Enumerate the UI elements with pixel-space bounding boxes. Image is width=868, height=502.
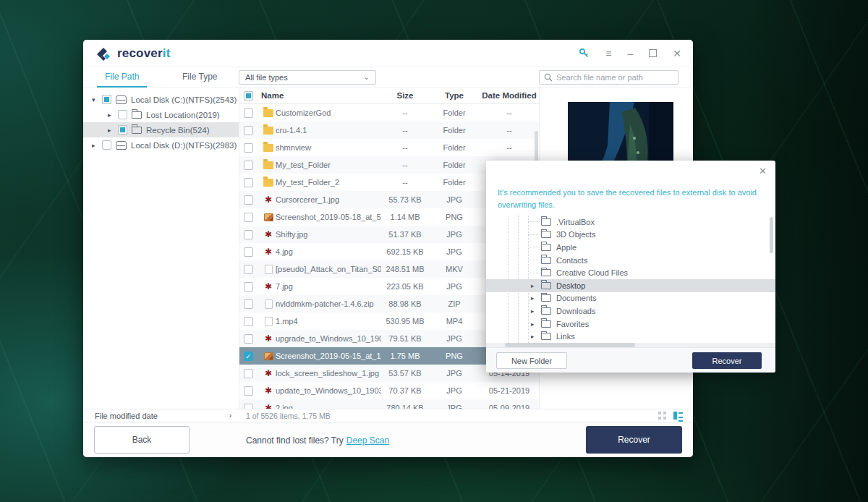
table-row[interactable]: CustomizerGod--Folder-- bbox=[239, 104, 539, 122]
row-checkbox[interactable] bbox=[244, 265, 253, 274]
column-date-modified[interactable]: Date Modified bbox=[480, 91, 539, 100]
file-size: 53.57 KB bbox=[381, 369, 429, 378]
dialog-tree-item[interactable]: .VirtualBox bbox=[486, 216, 775, 229]
column-type[interactable]: Type bbox=[429, 91, 480, 100]
file-size: 248.51 MB bbox=[381, 265, 429, 273]
tree-checkbox[interactable] bbox=[118, 125, 127, 135]
row-checkbox[interactable] bbox=[244, 334, 253, 344]
folder-icon bbox=[541, 269, 551, 276]
row-checkbox[interactable] bbox=[244, 195, 253, 205]
sidebar-tree-item[interactable]: ▸Lost Location(2019) bbox=[83, 107, 239, 122]
dialog-tree-item[interactable]: Apple bbox=[486, 241, 775, 254]
file-name: lock_screen_slideshow_1.jpg bbox=[276, 369, 381, 378]
file-type: JPG bbox=[429, 369, 480, 378]
folder-icon bbox=[263, 179, 273, 187]
dialog-tree-item[interactable]: ▸Desktop bbox=[486, 279, 775, 292]
file-name: [pseudo]_Attack_on_Titan_S01E01_T... bbox=[276, 265, 381, 273]
jpg-file-icon: ✱ bbox=[265, 230, 272, 239]
row-checkbox[interactable] bbox=[244, 369, 253, 378]
file-modified-date-footer[interactable]: File modified date › bbox=[83, 409, 239, 422]
table-row[interactable]: shmnview--Folder-- bbox=[239, 139, 539, 156]
row-checkbox[interactable] bbox=[244, 299, 253, 309]
folder-icon bbox=[263, 161, 273, 169]
tab-file-type[interactable]: File Type bbox=[161, 67, 239, 88]
column-name[interactable]: Name bbox=[261, 91, 381, 100]
row-checkbox[interactable]: ✓ bbox=[244, 352, 253, 361]
row-checkbox[interactable] bbox=[244, 230, 253, 239]
sidebar-tree-item[interactable]: ▸Recycle Bin(524) bbox=[83, 122, 239, 137]
folder-icon bbox=[541, 333, 551, 340]
dialog-tree-item[interactable]: ▸Links bbox=[486, 330, 775, 343]
grid-view-icon[interactable] bbox=[658, 412, 666, 420]
table-row[interactable]: ✱2.jpg780.14 KBJPG05-09-2019 bbox=[239, 399, 539, 409]
row-checkbox[interactable] bbox=[244, 247, 253, 257]
chevron-down-icon[interactable]: ▾ bbox=[92, 96, 102, 103]
sidebar-tree-item[interactable]: ▾Local Disk (C:)(NTFS)(2543) bbox=[83, 92, 239, 107]
row-checkbox[interactable] bbox=[244, 404, 253, 409]
tree-label: Lost Location(2019) bbox=[146, 111, 220, 119]
folder-icon bbox=[263, 127, 273, 135]
sidebar-tree-item[interactable]: ▸Local Disk (D:)(NTFS)(2983) bbox=[83, 137, 239, 153]
table-row[interactable]: cru-1.4.1--Folder-- bbox=[239, 122, 539, 139]
row-checkbox[interactable] bbox=[244, 126, 253, 135]
chevron-right-icon[interactable]: ▸ bbox=[531, 307, 534, 315]
jpg-file-icon: ✱ bbox=[265, 404, 272, 409]
dialog-tree-item[interactable]: ▸Downloads bbox=[486, 305, 775, 318]
select-all-checkbox[interactable] bbox=[244, 91, 253, 101]
dialog-tree-item[interactable]: ▸Documents bbox=[486, 292, 775, 305]
row-checkbox[interactable] bbox=[244, 386, 253, 396]
chevron-right-icon[interactable]: ▸ bbox=[108, 127, 118, 134]
chevron-right-icon[interactable]: ▸ bbox=[92, 142, 102, 149]
file-name: 4.jpg bbox=[276, 247, 381, 256]
row-checkbox[interactable] bbox=[244, 143, 253, 153]
file-size: -- bbox=[381, 109, 429, 117]
dialog-recover-button[interactable]: Recover bbox=[692, 352, 762, 369]
search-input[interactable] bbox=[556, 73, 673, 82]
dialog-close-icon[interactable]: ✕ bbox=[759, 166, 767, 176]
row-checkbox[interactable] bbox=[244, 161, 253, 170]
search-box[interactable] bbox=[539, 70, 678, 85]
save-location-dialog: ✕ It's recommended you to save the recov… bbox=[486, 161, 775, 373]
row-checkbox[interactable] bbox=[244, 178, 253, 187]
dialog-tree-item[interactable]: Creative Cloud Files bbox=[486, 266, 775, 279]
key-icon[interactable] bbox=[579, 48, 590, 59]
dialog-tree-item[interactable]: ▸Favorites bbox=[486, 318, 775, 331]
back-button[interactable]: Back bbox=[94, 426, 190, 454]
file-name: upgrade_to_Windows_10_1903.jpg bbox=[276, 334, 381, 343]
jpg-file-icon: ✱ bbox=[265, 282, 272, 291]
chevron-right-icon[interactable]: ▸ bbox=[531, 294, 534, 302]
file-type: JPG bbox=[429, 404, 480, 409]
chevron-right-icon[interactable]: ▸ bbox=[531, 333, 534, 340]
file-type-filter-dropdown[interactable]: All file types ⌄ bbox=[239, 70, 376, 85]
chevron-right-icon[interactable]: ▸ bbox=[108, 111, 118, 119]
row-checkbox[interactable] bbox=[244, 109, 253, 118]
folder-icon bbox=[541, 282, 551, 289]
deep-scan-link[interactable]: Deep Scan bbox=[346, 435, 389, 446]
chevron-right-icon[interactable]: ▸ bbox=[531, 320, 534, 328]
minimize-icon[interactable]: – bbox=[627, 48, 633, 59]
new-folder-button[interactable]: New Folder bbox=[496, 352, 567, 369]
row-checkbox[interactable] bbox=[244, 213, 253, 222]
column-size[interactable]: Size bbox=[381, 91, 429, 100]
close-icon[interactable]: ✕ bbox=[673, 48, 681, 59]
menu-icon[interactable]: ≡ bbox=[605, 48, 611, 59]
row-checkbox[interactable] bbox=[244, 317, 253, 326]
maximize-icon[interactable]: ▢ bbox=[649, 49, 657, 57]
tree-checkbox[interactable] bbox=[102, 95, 111, 104]
recover-button[interactable]: Recover bbox=[586, 426, 682, 454]
chevron-right-icon[interactable]: ▸ bbox=[531, 282, 534, 289]
folder-label: Apple bbox=[556, 243, 576, 252]
table-row[interactable]: ✱update_to_Windows_10_1903_(1).jpg70.37 … bbox=[239, 382, 539, 399]
list-view-icon[interactable] bbox=[673, 412, 683, 420]
row-checkbox[interactable] bbox=[244, 282, 253, 292]
file-date: 05-09-2019 bbox=[480, 404, 539, 409]
file-name: Screenshot_2019-05-15_at_12.31.46... bbox=[276, 352, 381, 360]
tree-checkbox[interactable] bbox=[118, 110, 127, 119]
file-type: PNG bbox=[429, 213, 480, 221]
tree-checkbox[interactable] bbox=[102, 140, 111, 150]
file-type: JPG bbox=[429, 247, 480, 256]
dialog-tree-item[interactable]: 3D Objects bbox=[486, 229, 775, 242]
dialog-vertical-scrollbar[interactable] bbox=[770, 217, 773, 253]
tab-file-path[interactable]: File Path bbox=[83, 67, 161, 88]
dialog-tree-item[interactable]: Contacts bbox=[486, 254, 775, 267]
